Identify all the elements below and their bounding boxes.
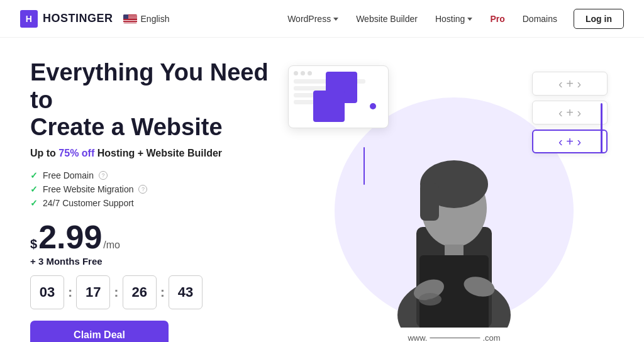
plus-icon: ‹ + › (558, 106, 581, 120)
nav-link-domains[interactable]: Domains (516, 10, 564, 28)
vertical-bar-decoration (601, 103, 602, 153)
purple-dot-decoration (370, 103, 376, 109)
logo-icon: H (20, 10, 38, 28)
hero-title: Everything You Need toCreate a Website (30, 59, 294, 141)
hero-illustration: ‹ + › ‹ + › ‹ + › www. .com (294, 53, 614, 342)
price-amount: 2.99 (38, 221, 102, 253)
ui-panel-2: ‹ + › (532, 101, 608, 124)
help-icon[interactable]: ? (138, 185, 147, 194)
domain-www: www. (408, 333, 427, 342)
countdown-separator: : (160, 284, 165, 301)
logo[interactable]: H HOSTINGER (20, 10, 113, 28)
hero-section: Everything You Need toCreate a Website U… (0, 38, 644, 342)
plus-icon: ‹ + › (558, 77, 581, 91)
check-icon: ✓ (30, 184, 38, 194)
person-image (385, 139, 523, 330)
nav-links: WordPress Website Builder Hosting Pro Do… (281, 9, 624, 29)
countdown-ms: 43 (169, 275, 203, 309)
countdown-hours: 03 (30, 275, 64, 309)
browser-dot (294, 71, 298, 75)
price-block: $ 2.99 /mo (30, 221, 294, 253)
svg-rect-4 (420, 183, 439, 221)
plus-icon: ‹ + › (558, 135, 581, 149)
chevron-down-icon (467, 18, 472, 21)
chevron-down-icon (333, 18, 338, 21)
nav-link-wordpress[interactable]: WordPress (281, 10, 345, 28)
hero-subtitle: Up to 75% off Hosting + Website Builder (30, 148, 294, 159)
domain-line (430, 338, 480, 338)
hero-content: Everything You Need toCreate a Website U… (30, 53, 294, 342)
feature-support: ✓ 24/7 Customer Support (30, 198, 294, 208)
language-selector[interactable]: English (123, 14, 170, 24)
login-button[interactable]: Log in (574, 9, 624, 29)
logo-text: HOSTINGER (43, 12, 113, 25)
nav-link-pro[interactable]: Pro (484, 10, 511, 28)
feature-free-domain: ✓ Free Domain ? (30, 170, 294, 180)
countdown-separator: : (68, 284, 72, 301)
check-icon: ✓ (30, 170, 38, 180)
countdown-minutes: 17 (76, 275, 110, 309)
price-free: + 3 Months Free (30, 256, 294, 267)
check-icon: ✓ (30, 198, 38, 208)
nav-link-hosting[interactable]: Hosting (429, 10, 479, 28)
countdown-separator: : (114, 284, 118, 301)
vertical-line-decoration (364, 147, 365, 185)
browser-dot (301, 71, 305, 75)
browser-dot (308, 71, 312, 75)
ui-panel-active: ‹ + › (532, 130, 608, 153)
feature-list: ✓ Free Domain ? ✓ Free Website Migration… (30, 170, 294, 208)
countdown-timer: 03 : 17 : 26 : 43 (30, 275, 294, 309)
navbar: H HOSTINGER English WordPress Website Bu… (0, 0, 644, 38)
ui-panels: ‹ + › ‹ + › ‹ + › (532, 72, 608, 153)
price-period: /mo (103, 240, 120, 251)
flag-icon (123, 14, 137, 23)
domain-com: .com (482, 333, 500, 342)
ui-panel-1: ‹ + › (532, 72, 608, 96)
feature-free-migration: ✓ Free Website Migration ? (30, 184, 294, 194)
claim-deal-button[interactable]: Claim Deal (30, 321, 169, 342)
price-dollar: $ (30, 238, 37, 250)
purple-squares-decoration (313, 72, 357, 122)
domain-bar: www. .com (408, 333, 500, 342)
countdown-seconds: 26 (123, 275, 157, 309)
purple-square-2 (313, 91, 345, 122)
help-icon[interactable]: ? (99, 171, 108, 180)
language-label: English (141, 14, 170, 24)
nav-link-website-builder[interactable]: Website Builder (350, 10, 424, 28)
